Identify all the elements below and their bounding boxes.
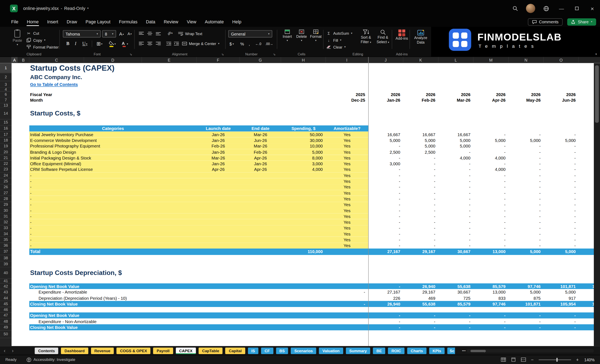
cell-value[interactable]: -	[403, 318, 439, 325]
sheet-tab-roic[interactable]: ROIC	[388, 347, 405, 354]
cell-value[interactable]: 5,000	[439, 143, 474, 149]
cell-spending[interactable]: 4,000	[281, 167, 326, 173]
cell-value[interactable]: -	[439, 318, 474, 325]
cell-launch-date[interactable]	[197, 178, 240, 184]
cell-value[interactable]: -	[509, 202, 544, 207]
cell-value[interactable]: -	[368, 178, 403, 184]
cell-value[interactable]: -	[544, 196, 579, 202]
cell-spending[interactable]	[281, 196, 326, 202]
cell-value[interactable]: 5,000	[403, 143, 439, 149]
cell-month[interactable]: Jun-26	[544, 97, 579, 103]
horizontal-scrollbar-thumb[interactable]	[470, 350, 486, 352]
page-break-view-icon[interactable]	[521, 358, 526, 362]
cell-spending[interactable]: 8,000	[281, 155, 326, 161]
column-header-E[interactable]: E	[142, 57, 197, 63]
row-header-44[interactable]: 44	[0, 295, 12, 301]
row-header-30[interactable]: 30	[0, 208, 12, 213]
cell-launch-date[interactable]: Jan-26	[197, 149, 240, 155]
cell-end-date[interactable]	[240, 178, 281, 184]
cell-value[interactable]: -	[368, 318, 403, 325]
menu-tab-review[interactable]: Review	[159, 18, 182, 26]
cell-value[interactable]: -	[473, 324, 509, 330]
cell-value[interactable]: 5,000	[509, 289, 544, 295]
tab-scroll-right-button[interactable]: ›	[9, 348, 16, 354]
cell-value[interactable]: 4,000	[473, 155, 509, 161]
cell-value[interactable]: -	[439, 184, 474, 190]
sheet-tab-is[interactable]: IS	[248, 347, 258, 354]
cell-value[interactable]: -	[403, 184, 439, 190]
column-header-I[interactable]: I	[326, 57, 368, 63]
cell-value[interactable]: -	[368, 155, 403, 161]
cell-value[interactable]: -	[439, 219, 474, 225]
column-header-K[interactable]: K	[403, 57, 439, 63]
cell-value[interactable]: -	[403, 213, 439, 219]
normal-view-icon[interactable]	[501, 358, 506, 362]
cell-value[interactable]: -	[439, 237, 474, 243]
cell-spending[interactable]	[281, 202, 326, 207]
cell-value[interactable]: -	[439, 149, 474, 155]
clear-button[interactable]: Clear▾	[326, 44, 346, 50]
select-all-corner[interactable]	[0, 57, 12, 63]
column-header-F[interactable]: F	[197, 57, 240, 63]
horizontal-scrollbar[interactable]	[467, 349, 594, 353]
cell-value[interactable]: 16,667	[368, 132, 403, 137]
sheet-tab-valuation[interactable]: Valuation	[319, 347, 343, 354]
cell-value[interactable]: -	[326, 289, 368, 295]
cell-year[interactable]: 2026	[439, 91, 474, 97]
cell-amortizable[interactable]: Yes	[326, 178, 368, 184]
cell-value[interactable]: -	[368, 173, 403, 178]
fill-button[interactable]: ↓Fill▾	[326, 37, 341, 43]
cell-value[interactable]: 3,000	[368, 161, 403, 166]
sheet-tab-capex[interactable]: CAPEX	[176, 347, 196, 354]
cell-spending[interactable]	[281, 184, 326, 190]
row-header-25[interactable]: 25	[0, 178, 12, 184]
cell-month[interactable]: Apr-26	[473, 97, 509, 103]
cell-value[interactable]: -	[544, 219, 579, 225]
row-header-47[interactable]: 47	[0, 313, 12, 318]
format-painter-button[interactable]: Format Painter	[26, 44, 59, 50]
row-header-18[interactable]: 18	[0, 137, 12, 143]
menu-tab-draw[interactable]: Draw	[62, 18, 81, 26]
share-button[interactable]: Share ▾	[567, 18, 596, 25]
cell-month[interactable]: Dec-25	[326, 97, 368, 103]
menu-tab-automate[interactable]: Automate	[201, 18, 228, 26]
row-header-14[interactable]: 14	[0, 108, 12, 119]
cell-category[interactable]: Professional Photography Equipment	[30, 143, 196, 149]
cell-value[interactable]: -	[509, 231, 544, 237]
cell-amortizable[interactable]: Yes	[326, 225, 368, 231]
cell-amortizable[interactable]: Yes	[326, 161, 368, 166]
cell-value[interactable]: -	[544, 225, 579, 231]
cell-value[interactable]: 26,940	[403, 283, 439, 289]
align-middle-button[interactable]	[146, 31, 153, 37]
total-spending[interactable]: 110,000	[281, 248, 326, 255]
cell-category[interactable]: -	[30, 202, 196, 207]
cell-value[interactable]: -	[509, 219, 544, 225]
cell-value[interactable]: -	[544, 167, 579, 173]
font-color-button[interactable]: A ▾	[120, 40, 130, 47]
cell-value[interactable]: -	[368, 167, 403, 173]
cell-value[interactable]: -	[473, 213, 509, 219]
column-header-O[interactable]: O	[544, 57, 579, 63]
column-header-H[interactable]: H	[281, 57, 326, 63]
cell-value[interactable]: -	[439, 213, 474, 219]
zoom-in-button[interactable]: +	[576, 357, 579, 362]
cell-end-date[interactable]	[240, 219, 281, 225]
row-header-28[interactable]: 28	[0, 196, 12, 202]
row-header-21[interactable]: 21	[0, 155, 12, 161]
cell-end-date[interactable]	[240, 202, 281, 207]
cell-value[interactable]: -	[509, 324, 544, 330]
cell-launch-date[interactable]: Jan-26	[197, 137, 240, 143]
font-dialog-launcher[interactable]: ⇘	[130, 53, 132, 56]
cell-value[interactable]: -	[439, 231, 474, 237]
cell-amortizable[interactable]: Yes	[326, 202, 368, 207]
cell-amortizable[interactable]: Yes	[326, 219, 368, 225]
cell-value[interactable]: -	[403, 243, 439, 248]
cell-value[interactable]: 5,000	[509, 137, 544, 143]
cell-amortizable[interactable]: Yes	[326, 208, 368, 213]
sheet-tab-dashboard[interactable]: Dashboard	[61, 347, 88, 354]
sheet-tab-cf[interactable]: CF	[261, 347, 273, 354]
document-title[interactable]: online-jewelry.xlsx - Read-Only ▾	[23, 6, 89, 11]
cell-value[interactable]: 55,638	[439, 283, 474, 289]
cell-value[interactable]: -	[509, 132, 544, 137]
cell-category[interactable]: -	[30, 225, 196, 231]
